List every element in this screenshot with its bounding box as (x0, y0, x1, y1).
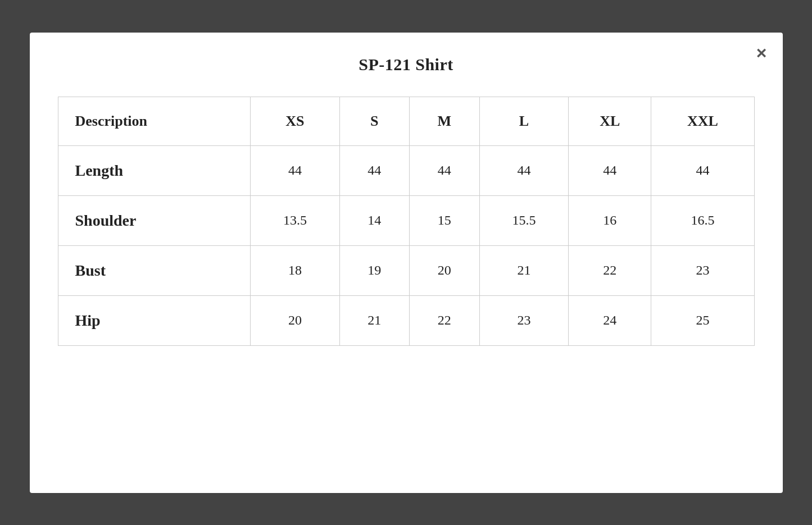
row-value: 22 (569, 245, 651, 295)
row-value: 25 (651, 295, 754, 345)
row-value: 21 (339, 295, 409, 345)
modal-title: SP-121 Shirt (58, 55, 755, 74)
row-value: 44 (339, 145, 409, 195)
col-header-s: S (339, 97, 409, 145)
col-header-m: M (409, 97, 479, 145)
table-header-row: Description XS S M L XL XXL (58, 97, 754, 145)
row-label: Length (58, 145, 251, 195)
row-value: 19 (339, 245, 409, 295)
row-value: 13.5 (251, 195, 339, 245)
row-value: 44 (569, 145, 651, 195)
row-label: Shoulder (58, 195, 251, 245)
row-value: 20 (251, 295, 339, 345)
row-value: 44 (409, 145, 479, 195)
col-header-description: Description (58, 97, 251, 145)
col-header-xxl: XXL (651, 97, 754, 145)
col-header-l: L (479, 97, 568, 145)
size-table: Description XS S M L XL XXL Length444444… (58, 97, 755, 346)
col-header-xs: XS (251, 97, 339, 145)
row-value: 14 (339, 195, 409, 245)
table-row: Bust181920212223 (58, 245, 754, 295)
table-row: Hip202122232425 (58, 295, 754, 345)
row-value: 18 (251, 245, 339, 295)
row-value: 16 (569, 195, 651, 245)
row-value: 44 (651, 145, 754, 195)
modal-overlay: × SP-121 Shirt Description XS S M L XL X… (0, 0, 812, 525)
row-label: Hip (58, 295, 251, 345)
modal-dialog: × SP-121 Shirt Description XS S M L XL X… (30, 33, 783, 493)
row-value: 23 (651, 245, 754, 295)
row-value: 22 (409, 295, 479, 345)
row-label: Bust (58, 245, 251, 295)
close-button[interactable]: × (756, 44, 767, 62)
row-value: 21 (479, 245, 568, 295)
row-value: 15 (409, 195, 479, 245)
row-value: 15.5 (479, 195, 568, 245)
row-value: 44 (251, 145, 339, 195)
row-value: 16.5 (651, 195, 754, 245)
table-row: Shoulder13.5141515.51616.5 (58, 195, 754, 245)
col-header-xl: XL (569, 97, 651, 145)
row-value: 44 (479, 145, 568, 195)
table-row: Length444444444444 (58, 145, 754, 195)
row-value: 23 (479, 295, 568, 345)
row-value: 20 (409, 245, 479, 295)
row-value: 24 (569, 295, 651, 345)
